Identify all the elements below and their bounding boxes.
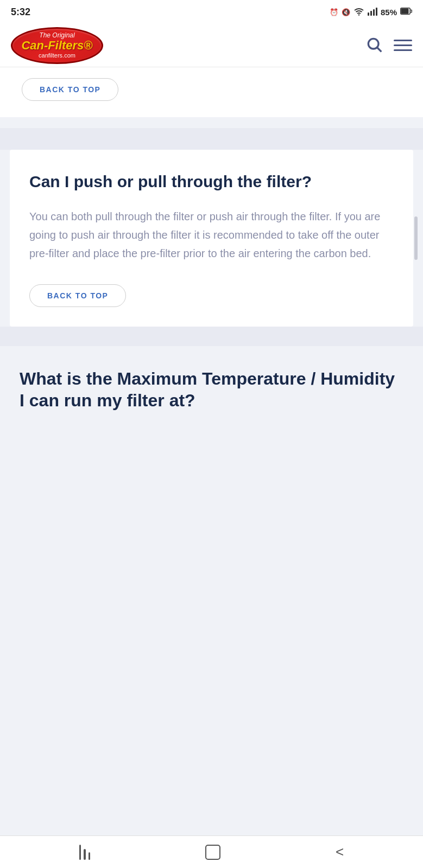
battery-percent: 85%: [381, 8, 397, 17]
faq-card: Can I push or pull through the filter? Y…: [10, 150, 413, 327]
hamburger-line-2: [394, 44, 412, 46]
top-section: BACK TO TOP: [0, 67, 423, 117]
faq-answer: You can both pull through the filter or …: [29, 207, 394, 263]
hamburger-line-1: [394, 40, 412, 41]
svg-rect-4: [376, 8, 377, 16]
recent-apps-icon: [79, 845, 91, 860]
logo-top-text: The Original: [39, 31, 74, 39]
back-to-top-button-1[interactable]: BACK TO TOP: [22, 78, 118, 101]
menu-button[interactable]: [394, 40, 412, 51]
home-icon: [205, 845, 220, 860]
scrollbar[interactable]: [414, 216, 418, 260]
svg-rect-2: [370, 11, 372, 16]
status-time: 5:32: [11, 7, 30, 18]
bottom-nav: <: [0, 835, 423, 868]
wifi-icon: [353, 7, 364, 17]
back-icon: <: [336, 844, 344, 860]
svg-rect-3: [373, 9, 375, 16]
search-button[interactable]: [365, 36, 383, 55]
header-icons: [365, 36, 412, 55]
home-button[interactable]: [205, 845, 220, 860]
battery-icon: [400, 8, 412, 16]
svg-line-8: [377, 48, 381, 52]
status-bar: 5:32 ⏰ 🔇 85%: [0, 0, 423, 24]
alarm-icon: ⏰: [330, 8, 338, 16]
back-to-top-button-2[interactable]: BACK TO TOP: [29, 284, 126, 307]
header: The Original Can-Filters® canfilters.com: [0, 24, 423, 67]
next-question: What is the Maximum Temperature / Humidi…: [20, 368, 403, 411]
svg-point-0: [358, 14, 359, 15]
gray-divider-2: [0, 327, 423, 346]
logo-brand-text: Can-Filters®: [21, 39, 92, 52]
recent-apps-button[interactable]: [79, 845, 91, 860]
svg-point-7: [368, 39, 378, 49]
svg-rect-6: [401, 9, 409, 14]
status-icons: ⏰ 🔇 85%: [330, 7, 412, 17]
faq-question: Can I push or pull through the filter?: [29, 171, 394, 192]
gray-divider-1: [0, 128, 423, 150]
back-button[interactable]: <: [336, 844, 344, 860]
mute-icon: 🔇: [342, 8, 350, 16]
logo-container[interactable]: The Original Can-Filters® canfilters.com: [11, 27, 103, 64]
next-section: What is the Maximum Temperature / Humidi…: [0, 346, 423, 411]
svg-rect-1: [368, 12, 369, 16]
logo-url-text: canfilters.com: [39, 52, 75, 59]
main-content: BACK TO TOP Can I push or pull through t…: [0, 67, 423, 868]
signal-icon: [368, 7, 377, 17]
search-icon: [365, 36, 383, 53]
hamburger-line-3: [394, 49, 412, 51]
logo-oval[interactable]: The Original Can-Filters® canfilters.com: [11, 27, 103, 64]
